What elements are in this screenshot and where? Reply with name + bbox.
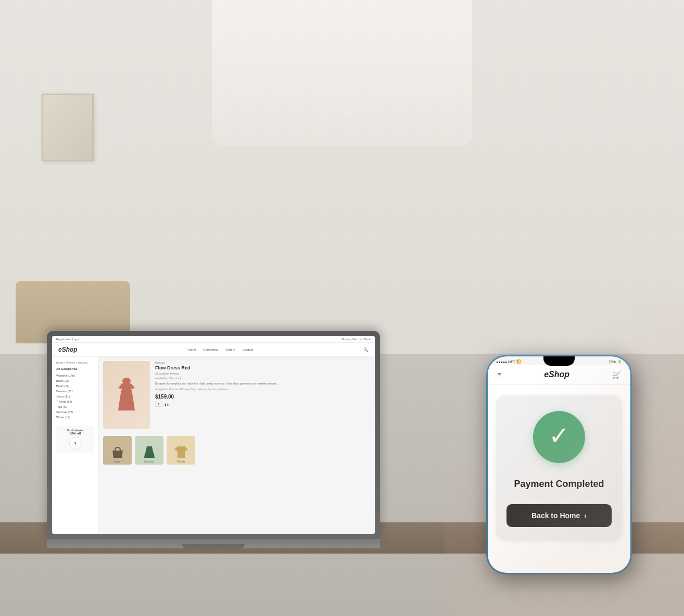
thumbnail-bags[interactable]: Bags <box>103 436 132 465</box>
sidebar-item-summer[interactable]: Summer (32) <box>56 409 94 415</box>
wall-frame <box>42 94 94 161</box>
qty-input[interactable]: 1 <box>155 402 162 407</box>
app-header: ≡ eShop 🛒 <box>488 365 630 385</box>
sidebar-item-boots[interactable]: Boots (19) <box>56 383 94 389</box>
dress-image <box>115 377 138 413</box>
product-description: Designed for simplicity and made from hi… <box>155 382 371 386</box>
site-nav-links: Home Categories Orders Contact <box>187 348 253 351</box>
site-content: Dresses Flow Dress Red 23 customer revie… <box>99 357 375 533</box>
thumbnail-tshirts[interactable]: T-Shirts <box>167 436 195 465</box>
product-availability: Availability: 30 in stock <box>155 377 371 380</box>
site-logo: eShop <box>58 346 78 353</box>
payment-completed-text: Payment Completed <box>514 479 604 490</box>
window-light <box>212 0 472 146</box>
product-tags: Categories: Dresses, Womens Tags: Women,… <box>155 388 371 391</box>
laptop: Registration Log in Privacy Site map Mor… <box>47 331 380 548</box>
sidebar-item-womens[interactable]: Womens (140) <box>56 373 94 378</box>
thumbnail-row: Bags Dresses T-Shirts <box>103 436 371 465</box>
success-circle: ✓ <box>533 411 585 463</box>
laptop-screen-outer: Registration Log in Privacy Site map Mor… <box>47 331 380 539</box>
back-to-home-label: Back to Home <box>531 511 580 520</box>
status-battery: 75% 🔋 <box>609 360 622 364</box>
nav-home[interactable]: Home <box>187 348 196 351</box>
nav-orders[interactable]: Orders <box>225 348 235 351</box>
site-main: Home > Women > Dresses All Categories Wo… <box>52 357 375 533</box>
promo-circle: $ <box>69 437 82 450</box>
topbar-left: Registration Log in <box>56 338 80 341</box>
sidebar-item-jeans[interactable]: Jeans (11) <box>56 394 94 399</box>
topbar-right: Privacy Site map More <box>342 338 371 341</box>
cart-icon[interactable]: 🛒 <box>612 370 621 379</box>
product-qty: 1 ⬆⬇ <box>155 402 371 407</box>
phone-inner: ●●●●● NET 📶 75% 🔋 ≡ eShop 🛒 <box>488 356 630 573</box>
qty-arrows[interactable]: ⬆⬇ <box>164 403 169 406</box>
product-image-area <box>103 361 150 429</box>
laptop-base <box>47 539 380 548</box>
product-title: Flow Dress Red <box>155 365 371 370</box>
thumbnail-dresses[interactable]: Dresses <box>135 436 163 465</box>
search-icon[interactable]: 🔍 <box>363 348 369 352</box>
status-carrier: ●●●●● NET 📶 <box>496 360 521 364</box>
app-title: eShop <box>544 370 569 379</box>
nav-categories[interactable]: Categories <box>203 348 218 351</box>
sidebar-item-winter[interactable]: Winter (14) <box>56 415 94 420</box>
all-categories-label: All Categories <box>56 367 94 370</box>
checkmark-icon: ✓ <box>549 424 569 448</box>
product-price: $159.00 <box>155 394 371 400</box>
phone-notch <box>543 356 575 366</box>
nav-contact[interactable]: Contact <box>243 348 254 351</box>
back-to-home-button[interactable]: Back to Home › <box>506 504 612 527</box>
product-reviews: 23 customer reviews <box>155 372 371 375</box>
promo-discount: 50% off <box>70 432 81 435</box>
breadcrumb: Home > Women > Dresses <box>56 361 94 364</box>
site-navbar: eShop Home Categories Orders Contact 🔍 <box>52 343 375 357</box>
site-topbar: Registration Log in Privacy Site map Mor… <box>52 336 375 343</box>
sidebar-promo: Grab deals 50% off $ <box>56 426 94 453</box>
svg-rect-1 <box>122 383 131 391</box>
sidebar-item-tops[interactable]: Tops (6) <box>56 404 94 409</box>
wifi-icon: 📶 <box>516 360 521 364</box>
app-body: ≡ eShop 🛒 ✓ Payment Completed Back to Ho… <box>488 365 630 573</box>
phone: ●●●●● NET 📶 75% 🔋 ≡ eShop 🛒 <box>486 355 632 574</box>
sidebar-item-bags[interactable]: Bags (23) <box>56 378 94 383</box>
eshop-website: Registration Log in Privacy Site map Mor… <box>52 336 375 534</box>
hamburger-icon[interactable]: ≡ <box>497 370 501 379</box>
phone-status-bar: ●●●●● NET 📶 75% 🔋 <box>488 356 630 365</box>
laptop-screen: Registration Log in Privacy Site map Mor… <box>52 336 375 534</box>
sidebar-item-dresses[interactable]: Dresses (21) <box>56 389 94 394</box>
phone-outer: ●●●●● NET 📶 75% 🔋 ≡ eShop 🛒 <box>486 355 632 574</box>
battery-icon: 🔋 <box>617 360 622 364</box>
product-category: Dresses <box>155 361 371 364</box>
product-info: Dresses Flow Dress Red 23 customer revie… <box>155 361 371 429</box>
product-detail-area: Dresses Flow Dress Red 23 customer revie… <box>103 361 371 429</box>
button-arrow-icon: › <box>584 511 587 520</box>
sidebar-item-tshirts[interactable]: T-Shirts (14) <box>56 399 94 404</box>
payment-card: ✓ Payment Completed Back to Home › <box>496 395 622 540</box>
site-sidebar: Home > Women > Dresses All Categories Wo… <box>52 357 99 533</box>
